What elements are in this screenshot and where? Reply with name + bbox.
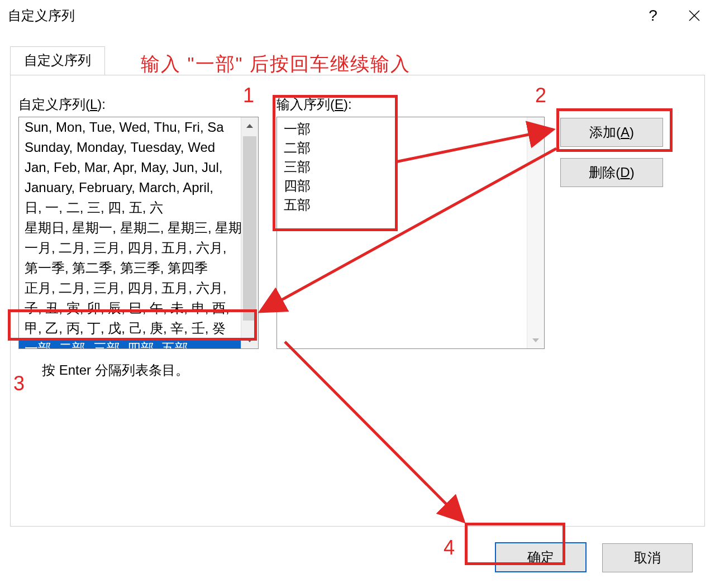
list-item[interactable]: 星期日, 星期一, 星期二, 星期三, 星期 — [19, 218, 241, 238]
tab-region: 自定义序列 自定义序列(L): 输入序列(E): Sun, Mon, Tue, … — [10, 47, 705, 527]
list-entries-lines: 一部 二部 三部 四部 五部 — [277, 117, 527, 348]
list-item[interactable]: 第一季, 第二季, 第三季, 第四季 — [19, 258, 241, 278]
custom-lists-items: Sun, Mon, Tue, Wed, Thu, Fri, Sa Sunday,… — [19, 117, 241, 348]
list-item[interactable]: 日, 一, 二, 三, 四, 五, 六 — [19, 198, 241, 218]
label-custom-lists: 自定义序列(L): — [18, 95, 106, 113]
list-item[interactable]: 一月, 二月, 三月, 四月, 五月, 六月, — [19, 238, 241, 258]
close-icon — [688, 9, 700, 22]
delete-button[interactable]: 删除(D) — [560, 158, 663, 187]
scroll-down-button[interactable] — [241, 332, 258, 348]
annotation-number-4: 4 — [444, 536, 455, 560]
help-button[interactable]: ? — [632, 0, 674, 31]
scroll-up-button[interactable] — [241, 117, 258, 134]
list-item[interactable]: Jan, Feb, Mar, Apr, May, Jun, Jul, — [19, 157, 241, 178]
chevron-up-icon — [246, 124, 253, 128]
label-list-entries: 输入序列(E): — [277, 95, 352, 113]
tab-body: 自定义序列(L): 输入序列(E): Sun, Mon, Tue, Wed, T… — [10, 75, 705, 527]
add-button[interactable]: 添加(A) — [560, 118, 663, 147]
list-item[interactable]: 甲, 乙, 丙, 丁, 戊, 己, 庚, 辛, 壬, 癸 — [19, 318, 241, 338]
scroll-up-button[interactable] — [527, 117, 544, 134]
chevron-up-icon — [532, 124, 539, 128]
list-item[interactable]: 正月, 二月, 三月, 四月, 五月, 六月, — [19, 278, 241, 298]
scrollbar-track[interactable] — [527, 117, 544, 348]
close-button[interactable] — [674, 0, 715, 31]
scroll-down-button[interactable] — [527, 332, 544, 348]
tab-header: 自定义序列 — [10, 47, 105, 75]
list-item[interactable]: Sunday, Monday, Tuesday, Wed — [19, 137, 241, 157]
ok-button[interactable]: 确定 — [495, 542, 587, 572]
list-item[interactable]: 子, 丑, 寅, 卯, 辰, 巳, 午, 未, 申, 酉, — [19, 298, 241, 318]
tab-custom-lists[interactable]: 自定义序列 — [10, 46, 105, 75]
custom-lists-dialog: 自定义序列 ? 自定义序列 自定义序列(L): 输入序列(E): Sun, M — [0, 0, 715, 588]
window-title: 自定义序列 — [8, 7, 75, 25]
list-item[interactable]: Sun, Mon, Tue, Wed, Thu, Fri, Sa — [19, 117, 241, 137]
custom-lists-listbox[interactable]: Sun, Mon, Tue, Wed, Thu, Fri, Sa Sunday,… — [18, 117, 259, 349]
scrollbar-track[interactable] — [241, 117, 258, 348]
hint-text: 按 Enter 分隔列表条目。 — [42, 361, 189, 379]
cancel-button[interactable]: 取消 — [602, 543, 693, 572]
scrollbar-thumb[interactable] — [243, 136, 256, 321]
chevron-down-icon — [532, 338, 539, 342]
list-entries-textbox[interactable]: 一部 二部 三部 四部 五部 — [277, 117, 545, 349]
list-item[interactable]: January, February, March, April, — [19, 178, 241, 198]
chevron-down-icon — [246, 338, 253, 342]
titlebar: 自定义序列 ? — [0, 0, 715, 31]
list-item-selected[interactable]: 一部, 二部, 三部, 四部, 五部 — [19, 338, 241, 348]
